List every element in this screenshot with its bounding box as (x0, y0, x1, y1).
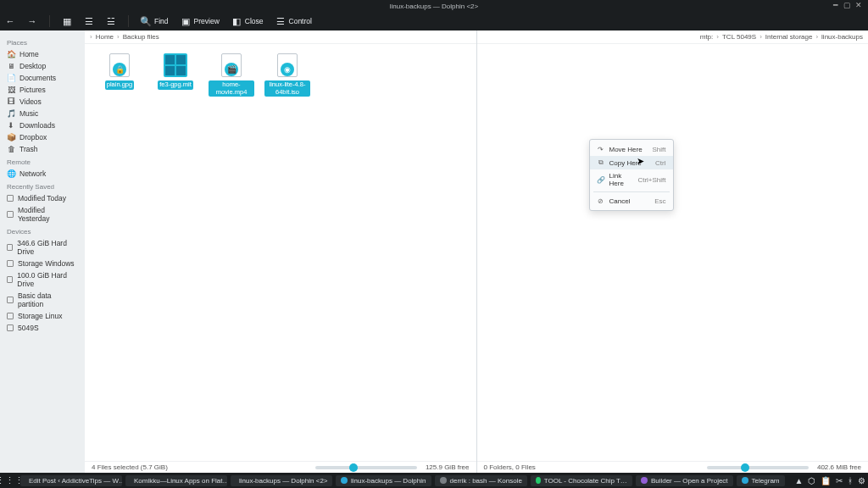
image-icon: ▣ (181, 16, 191, 26)
sidebar-item[interactable]: 🖥Desktop (0, 60, 85, 72)
clipboard-tray-icon[interactable]: 📋 (821, 476, 831, 485)
context-menu-item[interactable]: ↷Move HereShift (590, 142, 673, 156)
place-icon: 📦 (7, 133, 15, 141)
context-menu-item[interactable]: 🔗Link HereCtrl+Shift (590, 169, 673, 190)
hamburger-icon: ☰ (275, 16, 286, 26)
sidebar-item[interactable]: Modified Yesterday (0, 204, 85, 225)
file-label: home-movie.mp4 (209, 80, 254, 97)
sidebar-item[interactable]: 🏠Home (0, 48, 85, 60)
forward-button[interactable]: → (27, 16, 37, 26)
sidebar-item[interactable]: 100.0 GiB Hard Drive (0, 269, 85, 290)
menu-item-label: Cancel (609, 197, 631, 205)
breadcrumb-segment[interactable]: Internal storage (765, 33, 813, 41)
place-icon: 🗑 (7, 145, 15, 153)
taskbar-item[interactable]: linux-backups — Dolphin (336, 475, 431, 486)
tray-icon[interactable]: ▲ (795, 476, 804, 485)
sidebar-item-label: Music (19, 109, 38, 118)
right-pane-body[interactable]: ↷Move HereShift⧉Copy HereCtrl🔗Link HereC… (477, 44, 869, 461)
places-heading: Places (0, 36, 85, 48)
sidebar-item[interactable]: Storage Windows (0, 258, 85, 269)
sidebar-item[interactable]: 🖼Pictures (0, 84, 85, 96)
sidebar-item[interactable]: 🌐Network (0, 168, 85, 180)
maximize-icon[interactable]: ▢ (843, 1, 851, 9)
view-icons-button[interactable]: ▦ (62, 16, 72, 26)
sidebar-item-label: Videos (19, 97, 42, 106)
file-thumbnail (162, 53, 189, 78)
taskbar-item[interactable]: Telegram (737, 475, 785, 486)
split-panes: ›Home›Backup files 🔒plain.gpgfe3-gpg.mit… (85, 30, 868, 473)
close-window-icon[interactable]: ✕ (854, 1, 863, 9)
sidebar-item[interactable]: 5049S (0, 322, 85, 334)
video-icon: 🎬 (225, 63, 238, 76)
back-button[interactable]: ← (5, 16, 15, 26)
taskbar-item[interactable]: Komikku—Linux Apps on Flat… (125, 475, 227, 486)
list-icon: ☰ (84, 16, 94, 26)
breadcrumb-separator: › (716, 33, 719, 41)
settings-tray-icon[interactable]: ⚙ (858, 476, 865, 485)
place-icon: 🎵 (7, 109, 15, 118)
recent-heading: Recently Saved (0, 180, 85, 192)
right-zoom-slider[interactable] (707, 466, 809, 469)
sidebar-item[interactable]: Modified Today (0, 192, 85, 204)
taskbar-item[interactable]: TOOL - Chocolate Chip T… (531, 475, 632, 486)
control-menu-button[interactable]: ☰Control (275, 16, 312, 26)
menu-item-label: Link Here (609, 172, 638, 187)
file-thumbnail: 🔒 (106, 53, 133, 78)
close-split-button[interactable]: ◧Close (231, 16, 264, 26)
view-compact-button[interactable]: ☰ (84, 16, 94, 26)
app-launcher-button[interactable]: ⋮⋮⋮ (3, 474, 15, 486)
taskbar-item[interactable]: Edit Post ‹ AddictiveTips — W… (20, 475, 122, 486)
taskbar-item[interactable]: linux-backups — Dolphin <2> (231, 475, 332, 486)
screenshot-tray-icon[interactable]: ✂ (836, 476, 843, 485)
taskbar-item-label: derrik : bash — Konsole (450, 477, 522, 485)
sidebar-item[interactable]: 346.6 GiB Hard Drive (0, 237, 85, 258)
breadcrumb-segment[interactable]: TCL 5049S (722, 33, 756, 41)
tray-icon[interactable]: ⬡ (808, 476, 815, 485)
view-details-button[interactable]: ☱ (106, 16, 116, 26)
taskbar: ⋮⋮⋮ Edit Post ‹ AddictiveTips — W…Komikk… (0, 473, 868, 488)
context-menu-cancel[interactable]: ⊘CancelEsc (590, 194, 673, 208)
menu-item-label: Copy Here (609, 159, 642, 167)
taskbar-item-label: linux-backups — Dolphin <2> (239, 477, 328, 485)
sidebar-item[interactable]: Storage Linux (0, 310, 85, 322)
taskbar-item-label: linux-backups — Dolphin (351, 477, 426, 485)
toolbar: ← → ▦ ☰ ☱ 🔍Find ▣Preview ◧Close ☰Control (0, 12, 868, 30)
file-item[interactable]: fe3-gpg.mit (153, 53, 198, 90)
breadcrumb-segment[interactable]: linux-backups (821, 33, 863, 41)
file-label: linux-lite-4.8-64bit.iso (264, 80, 310, 97)
sidebar-item[interactable]: Basic data partition (0, 290, 85, 310)
file-item[interactable]: 🔒plain.gpg (97, 53, 142, 90)
menu-item-shortcut: Ctrl (655, 159, 665, 167)
taskbar-item[interactable]: Builder — Open a Project (636, 475, 733, 486)
context-menu-separator (593, 191, 670, 192)
find-button[interactable]: 🔍Find (141, 16, 169, 26)
sidebar-item[interactable]: 📦Dropbox (0, 131, 85, 143)
breadcrumb-segment[interactable]: mtp: (700, 33, 714, 41)
sidebar-item[interactable]: 🎞Videos (0, 96, 85, 108)
toolbar-separator (49, 15, 50, 27)
breadcrumb-segment[interactable]: Backup files (123, 33, 159, 41)
minimize-icon[interactable]: ━ (831, 1, 839, 9)
sidebar-item[interactable]: 🗑Trash (0, 143, 85, 155)
menu-item-icon: 🔗 (597, 175, 605, 184)
sidebar-item-label: Desktop (19, 62, 46, 70)
sidebar-item[interactable]: 📄Documents (0, 72, 85, 84)
right-free-space: 402.6 MiB free (817, 463, 861, 471)
file-item[interactable]: 🎬home-movie.mp4 (209, 53, 254, 97)
left-zoom-slider[interactable] (315, 466, 417, 469)
sidebar-item[interactable]: 🎵Music (0, 108, 85, 119)
breadcrumb: ›Home›Backup files (85, 30, 476, 44)
sidebar-item[interactable]: ⬇Downloads (0, 119, 85, 131)
grid-icon: ▦ (62, 16, 72, 26)
context-menu-item[interactable]: ⧉Copy HereCtrl (590, 156, 673, 169)
left-pane-body[interactable]: 🔒plain.gpgfe3-gpg.mit🎬home-movie.mp4◉lin… (85, 44, 476, 461)
titlebar: linux-backups — Dolphin <2> ━ ▢ ✕ (0, 0, 868, 12)
bluetooth-tray-icon[interactable]: ᚼ (848, 476, 853, 485)
file-item[interactable]: ◉linux-lite-4.8-64bit.iso (264, 53, 310, 97)
search-icon: 🔍 (141, 16, 151, 26)
preview-button[interactable]: ▣Preview (181, 16, 220, 26)
breadcrumb-separator: › (815, 33, 818, 41)
breadcrumb-segment[interactable]: Home (96, 33, 114, 41)
taskbar-item[interactable]: derrik : bash — Konsole (435, 475, 527, 486)
menu-item-icon: ↷ (597, 145, 605, 153)
